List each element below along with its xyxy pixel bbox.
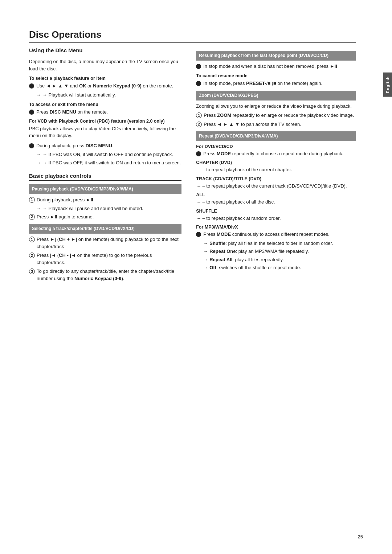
left-column: Using the Disc Menu Depending on the dis… [29,47,192,532]
for-dvd-heading: For DVD/VCD/CD [196,144,356,149]
shuffle-text: – to repeat playback at random order. [202,215,281,222]
bullet-icon [29,143,34,148]
selecting-step2-text: Press |◄ (CH - |◄ on the remote) to go t… [37,252,181,266]
chapter-dvd-dash: – – to repeat playback of the current ch… [197,166,356,173]
arrow-icon: → [36,91,41,99]
selecting-step1-text: Press ►| (CH + ►| on the remote) during … [37,236,181,250]
select-feature-text: Use ◄ ► ▲ ▼ and OK or Numeric Keypad (0-… [36,82,181,90]
cancel-resume-heading: To cancel resume mode [196,73,356,78]
step-number: 1 [196,112,202,118]
mp3-arrow2: → Repeat One: play an MP3/WMA file repea… [203,248,356,255]
zoom-step2: 2 Press ◄ ► ▲ ▼ to pan across the TV scr… [196,121,356,128]
access-menu-heading: To access or exit from the menu [29,102,181,107]
zoom-step1-text: Press ZOOM repeatedly to enlarge or redu… [204,112,356,119]
pausing-box: Pausing playback (DVD/VCD/CD/MP3/DivX/WM… [29,184,181,194]
arrow-icon: → [36,151,41,158]
arrow-icon: → [203,248,208,255]
cancel-resume-bullet: In stop mode, press PRESET-/■ (■ on the … [196,80,356,87]
resuming-bullet: In stop mode and when a disc has not bee… [196,63,356,70]
bullet-icon [196,64,201,69]
pbc-arrow1-text: → If PBC was ON, it will switch to OFF a… [42,151,173,158]
arrow-icon: → [203,240,208,247]
arrow-icon: → [36,205,41,212]
pausing-step1: 1 During playback, press ►II. [29,196,181,204]
for-mp3-text: Press MODE continuously to access differ… [203,231,356,238]
page-number: 25 [358,534,363,539]
zoom-body: Zooming allows you to enlarge or reduce … [196,103,356,110]
page-title: Disc Operations [29,29,356,43]
pausing-step2: 2 Press ►II again to resume. [29,213,181,221]
select-feature-arrow: → → Playback will start automatically. [36,91,181,99]
for-mp3-heading: For MP3/WMA/DivX [196,225,356,230]
bullet-icon [196,151,201,156]
mp3-arrow4: → Off: switches off the shuffle or repea… [203,264,356,271]
pbc-heading: For VCD with Playback Control (PBC) feat… [29,119,181,124]
dash-icon: – [197,198,200,206]
mp3-arrow1: → Shuffle: play all files in the selecte… [203,240,356,247]
select-feature-heading: To select a playback feature or item [29,76,181,81]
right-column: Resuming playback from the last stopped … [192,47,356,532]
dash-icon: – [197,166,200,173]
selecting-step2: 2 Press |◄ (CH - |◄ on the remote) to go… [29,252,181,266]
pausing-step2-text: Press ►II again to resume. [37,213,181,221]
basic-playback-heading: Basic playback controls [29,173,181,181]
pbc-arrow2: → → If PBC was OFF, it will switch to ON… [36,159,181,167]
disc-menu-intro: Depending on the disc, a menu may appear… [29,58,181,72]
mp3-arrow4-text: Off: switches off the shuffle or repeat … [209,264,301,271]
step-number: 1 [29,197,35,203]
zoom-step1: 1 Press ZOOM repeatedly to enlarge or re… [196,112,356,119]
bullet-icon [29,83,34,89]
for-mp3-bullet: Press MODE continuously to access differ… [196,231,356,238]
select-feature-arrow-text: → Playback will start automatically. [42,91,116,99]
resuming-box: Resuming playback from the last stopped … [196,51,356,61]
repeat-box: Repeat (DVD/VCD/CD/MP3/DivX/WMA) [196,131,356,141]
step-number: 2 [196,122,202,127]
for-dvd-text: Press MODE repeatedly to choose a repeat… [203,150,356,157]
mp3-arrow1-text: Shuffle: play all files in the selected … [209,240,333,247]
mp3-arrow3-text: Repeat All: play all files repeatedly. [209,256,283,263]
shuffle-heading: SHUFFLE [196,209,356,214]
step-number: 2 [29,253,35,258]
all-dash: – – to repeat playback of all the disc. [197,198,356,206]
selecting-step3: 3 To go directly to any chapter/track/ti… [29,268,181,282]
pbc-bullet: During playback, press DISC MENU. [29,142,181,149]
language-tab: English [383,73,392,97]
select-feature-bullet: Use ◄ ► ▲ ▼ and OK or Numeric Keypad (0-… [29,82,181,90]
bullet-icon [196,81,201,86]
pausing-step1-text: During playback, press ►II. [37,196,181,204]
selecting-step3-text: To go directly to any chapter/track/titl… [37,268,181,282]
resuming-text: In stop mode and when a disc has not bee… [203,63,356,70]
arrow-icon: → [203,256,208,263]
arrow-icon: → [36,159,41,167]
chapter-dvd-heading: CHAPTER (DVD) [196,160,356,165]
selecting-box: Selecting a track/chapter/title (DVD/VCD… [29,224,181,234]
access-menu-bullet: Press DISC MENU on the remote. [29,108,181,116]
access-menu-text: Press DISC MENU on the remote. [36,108,181,116]
mp3-arrow2-text: Repeat One: play an MP3/WMA file repeate… [209,248,309,255]
arrow-icon: → [203,264,208,271]
pbc-body: PBC playback allows you to play Video CD… [29,125,181,139]
all-heading: ALL [196,192,356,197]
cancel-resume-text: In stop mode, press PRESET-/■ (■ on the … [203,80,356,87]
pbc-bullet-text: During playback, press DISC MENU. [36,142,181,149]
pbc-arrow1: → → If PBC was ON, it will switch to OFF… [36,151,181,158]
dash-icon: – [197,215,200,222]
bullet-icon [196,232,201,237]
for-dvd-bullet: Press MODE repeatedly to choose a repeat… [196,150,356,157]
zoom-step2-text: Press ◄ ► ▲ ▼ to pan across the TV scree… [204,121,356,128]
using-disc-menu-heading: Using the Disc Menu [29,47,181,55]
pbc-arrow2-text: → If PBC was OFF, it will switch to ON a… [42,159,181,167]
pausing-arrow: → → Playback will pause and sound will b… [36,205,181,212]
step-number: 1 [29,237,35,242]
chapter-dvd-text: – to repeat playback of the current chap… [202,166,292,173]
step-number: 2 [29,214,35,220]
mp3-arrow3: → Repeat All: play all files repeatedly. [203,256,356,263]
shuffle-dash: – – to repeat playback at random order. [197,215,356,222]
step-number: 3 [29,268,35,274]
pbc-feature-box: For VCD with Playback Control (PBC) feat… [29,119,181,139]
all-text: – to repeat playback of all the disc. [202,198,275,206]
bullet-icon [29,110,34,115]
selecting-step1: 1 Press ►| (CH + ►| on the remote) durin… [29,236,181,250]
zoom-box: Zoom (DVD/VCD/DivX/JPEG) [196,91,356,100]
track-cd-heading: TRACK (CD/VCD)/TITLE (DVD) [196,176,356,181]
